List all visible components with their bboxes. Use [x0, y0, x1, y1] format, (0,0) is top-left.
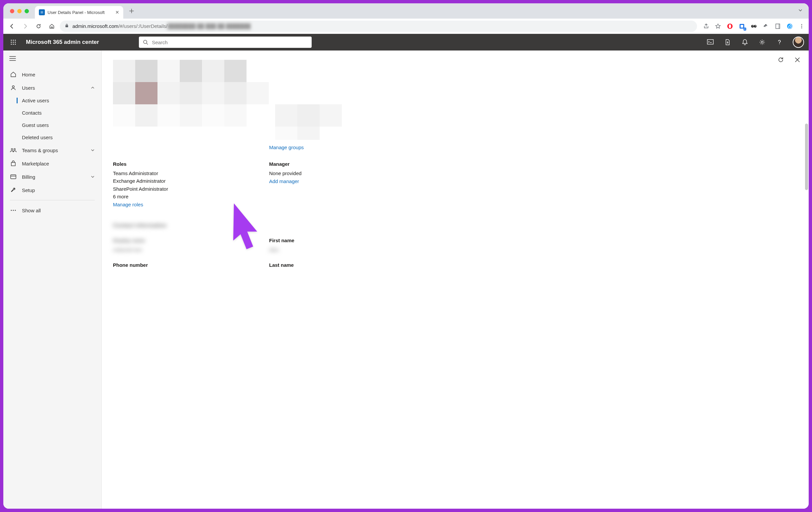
wrench-icon [10, 187, 17, 193]
browser-tab[interactable]: User Details Panel - Microsoft ✕ [35, 6, 123, 19]
settings-gear-icon[interactable] [758, 38, 766, 46]
svg-point-22 [12, 44, 13, 45]
role-item: Teams Administrator [113, 169, 219, 177]
sidebar-item-show-all[interactable]: Show all [3, 204, 102, 217]
scrollbar-thumb[interactable] [805, 123, 808, 190]
sidebar-item-label: Deleted users [22, 135, 53, 140]
shell-terminal-icon[interactable] [706, 38, 714, 46]
svg-point-18 [11, 41, 11, 42]
display-name-value-blurred: redacted text [113, 246, 219, 254]
sidebar-item-label: Home [22, 72, 35, 78]
svg-point-20 [14, 41, 16, 42]
svg-point-17 [14, 39, 16, 40]
sidebar-item-deleted-users[interactable]: Deleted users [3, 131, 102, 144]
sidebar-toggle-icon[interactable] [3, 53, 102, 65]
browser-forward-button[interactable] [20, 21, 31, 32]
browser-home-button[interactable] [47, 21, 57, 32]
phone-number-label: Phone number [113, 262, 219, 268]
sidebar-item-guest-users[interactable]: Guest users [3, 119, 102, 131]
svg-point-30 [14, 148, 15, 150]
svg-rect-0 [65, 25, 68, 27]
refresh-icon[interactable] [777, 56, 785, 64]
svg-point-27 [779, 44, 780, 44]
extension-eyes-icon[interactable] [750, 23, 757, 30]
sidebar-item-label: Teams & groups [22, 147, 58, 153]
svg-rect-4 [741, 25, 743, 28]
sidebar-item-label: Contacts [22, 110, 41, 116]
svg-rect-25 [707, 39, 713, 44]
extension-devtools-icon[interactable]: 4 [738, 23, 746, 30]
extension-spiral-icon[interactable] [786, 23, 793, 30]
app-launcher-icon[interactable] [8, 37, 19, 48]
manage-groups-link[interactable]: Manage groups [269, 145, 304, 150]
new-tab-button[interactable] [126, 6, 137, 16]
tabs-dropdown-icon[interactable] [798, 8, 803, 14]
sidebar-item-label: Users [22, 85, 35, 91]
file-download-icon[interactable] [724, 38, 732, 46]
chevron-down-icon [91, 174, 95, 180]
manage-roles-link[interactable]: Manage roles [113, 202, 143, 207]
add-manager-link[interactable]: Add manager [269, 178, 299, 184]
sidebar-item-active-users[interactable]: Active users [3, 94, 102, 107]
first-name-value-blurred: Alex [269, 246, 375, 254]
user-avatar[interactable] [793, 36, 804, 48]
sidebar-item-setup[interactable]: Setup [3, 183, 102, 197]
search-input[interactable] [152, 39, 308, 45]
card-icon [10, 173, 17, 180]
svg-point-5 [751, 25, 754, 28]
reader-mode-icon[interactable] [774, 23, 781, 30]
user-icon [10, 84, 17, 91]
svg-point-33 [11, 210, 12, 211]
mac-close-dot[interactable] [10, 9, 14, 13]
svg-point-35 [15, 210, 16, 211]
browser-back-button[interactable] [7, 21, 17, 32]
mac-zoom-dot[interactable] [25, 9, 29, 13]
kebab-menu-icon[interactable] [798, 23, 805, 30]
sidebar-item-billing[interactable]: Billing [3, 170, 102, 183]
svg-rect-31 [11, 163, 15, 166]
extension-opera-icon[interactable] [726, 23, 733, 30]
svg-point-2 [729, 24, 731, 28]
chevron-up-icon [91, 85, 95, 91]
sidebar-item-home[interactable]: Home [3, 68, 102, 81]
sidebar: Home Users Active users Contacts Guest u… [3, 51, 102, 509]
user-details-panel: Manage groups Roles Teams Administrator … [102, 51, 809, 509]
browser-reload-button[interactable] [33, 21, 44, 32]
tab-close-icon[interactable]: ✕ [115, 10, 119, 15]
svg-rect-32 [11, 175, 16, 179]
display-name-label-blurred: Display name [113, 237, 219, 243]
sidebar-item-contacts[interactable]: Contacts [3, 107, 102, 119]
sidebar-item-label: Setup [22, 188, 35, 193]
role-item: SharePoint Administrator [113, 185, 219, 193]
sidebar-item-marketplace[interactable]: Marketplace [3, 157, 102, 170]
sidebar-item-label: Guest users [22, 122, 49, 128]
notifications-icon[interactable] [741, 38, 749, 46]
svg-rect-10 [778, 24, 780, 29]
share-icon[interactable] [702, 23, 710, 30]
chevron-down-icon [91, 147, 95, 153]
first-name-label: First name [269, 237, 375, 243]
sidebar-item-label: Billing [22, 174, 35, 180]
close-icon[interactable] [793, 56, 801, 64]
svg-point-13 [801, 26, 802, 27]
teams-icon [10, 147, 17, 153]
bookmark-star-icon[interactable] [714, 23, 722, 30]
last-name-label: Last name [269, 262, 375, 268]
svg-point-34 [13, 210, 14, 211]
contact-heading-blurred: Contact information [113, 222, 798, 229]
sidebar-item-users[interactable]: Users [3, 81, 102, 94]
sidebar-item-teams-groups[interactable]: Teams & groups [3, 144, 102, 157]
roles-more: 6 more [113, 193, 219, 200]
svg-point-19 [12, 41, 13, 42]
tab-favicon [39, 9, 45, 15]
help-icon[interactable] [776, 38, 783, 46]
sidebar-item-label: Marketplace [22, 161, 49, 167]
svg-point-29 [11, 148, 12, 150]
ellipsis-icon [10, 207, 17, 214]
extensions-menu-icon[interactable] [762, 23, 770, 30]
lock-icon [64, 23, 69, 29]
svg-point-24 [144, 40, 147, 44]
mac-minimize-dot[interactable] [17, 9, 22, 13]
search-box[interactable] [139, 36, 312, 48]
address-bar[interactable]: admin.microsoft.com/#/users/:/UserDetail… [60, 21, 697, 32]
